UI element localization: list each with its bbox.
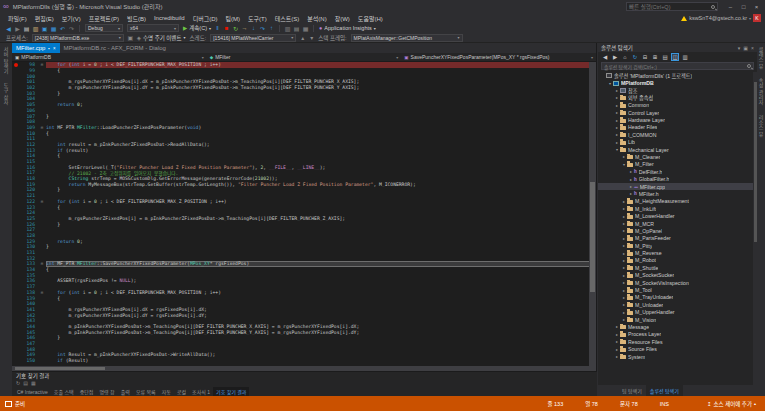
tree-item[interactable]: ▸hGlobalFilter.h	[598, 175, 753, 182]
thread-up-icon[interactable]: ▴	[298, 33, 307, 42]
tree-item[interactable]: ▸M_Cleaner	[598, 153, 753, 160]
sync-with-active-document-icon[interactable]: ↻	[631, 53, 639, 61]
back-icon[interactable]: ◀	[601, 53, 609, 61]
breadcrumb-method-dropdown[interactable]: ▣SavePuncherXYFixedPosParameter(MPos_XY …	[401, 53, 596, 61]
tree-item[interactable]: ▸hMFilter.h	[598, 190, 753, 197]
tree-item[interactable]: ▸System	[598, 353, 753, 360]
platform-dropdown[interactable]: x64▾	[127, 24, 179, 32]
panel-tab-명령 창[interactable]: 명령 창	[96, 388, 117, 395]
close-button[interactable]: ×	[750, 1, 763, 12]
outline-collapse-icon[interactable]: ⊟	[38, 199, 46, 204]
step-over-icon[interactable]: ↷	[258, 24, 267, 33]
tree-item[interactable]: ▸M_UpperHandler	[598, 309, 753, 316]
tree-item[interactable]: ▸++MFilter.cpp	[598, 183, 753, 190]
window-position-icon[interactable]: ▾	[738, 45, 741, 51]
pin-icon[interactable]: ▣	[743, 45, 748, 51]
outline-collapse-icon[interactable]: ⊟	[38, 290, 46, 295]
nav-backward-icon[interactable]: ◀	[4, 24, 13, 33]
menu-item[interactable]: 프로젝트(P)	[85, 14, 123, 23]
dock-tab-클래스 뷰[interactable]: 클래스 뷰	[758, 47, 765, 68]
menu-item[interactable]: 보기(V)	[58, 14, 85, 23]
tree-item[interactable]: ▸Control Layer	[598, 109, 753, 116]
redo-icon[interactable]: ↷	[67, 24, 76, 33]
code-line[interactable]: 150 if (Result)	[12, 358, 590, 364]
restart-icon[interactable]: ↻	[231, 24, 240, 33]
tree-item[interactable]: ▸Source Files	[598, 345, 753, 352]
tree-item[interactable]: ▾M_Filter	[598, 161, 753, 168]
continue-button[interactable]: ▶계속(C)▾	[183, 24, 211, 32]
clear-results-icon[interactable]: ▤	[23, 380, 28, 386]
show-next-statement-icon[interactable]: →	[240, 24, 249, 33]
tree-item[interactable]: ▸Hardware Layer	[598, 116, 753, 123]
tree-item[interactable]: ▸M_Vision	[598, 316, 753, 323]
options-icon[interactable]: ▦	[301, 24, 310, 33]
thread-down-icon[interactable]: ▾	[307, 33, 316, 42]
panel-tab-중단점[interactable]: 중단점	[77, 388, 97, 395]
document-tab[interactable]: MPlatformDB.rc - AFX_FORM - Dialog	[60, 43, 170, 53]
step-into-icon[interactable]: ↓	[249, 24, 258, 33]
menu-item[interactable]: Incredibuild	[150, 15, 189, 21]
account-area[interactable]: kswSnT4@gstech.co.kr ▾ K	[681, 14, 761, 22]
menu-item[interactable]: 분석(N)	[303, 14, 330, 23]
nav-forward-icon[interactable]: ▶	[13, 24, 22, 33]
tree-item[interactable]: ▸M_LowerHandler	[598, 212, 753, 219]
menu-item[interactable]: 창(W)	[331, 14, 354, 23]
show-all-files-icon[interactable]: ⊞	[651, 53, 659, 61]
tree-item[interactable]: ▸Message	[598, 323, 753, 330]
save-all-icon[interactable]: ▦	[49, 24, 58, 33]
breakpoint-icon[interactable]	[14, 63, 18, 67]
preview-selected-items-icon[interactable]: ◫	[671, 53, 679, 61]
tree-item[interactable]: ▸M_Unloader	[598, 301, 753, 308]
breakpoint-margin[interactable]	[12, 358, 19, 364]
properties-icon[interactable]: ▤	[661, 53, 669, 61]
solution-explorer-search-box[interactable]: 솔루션 탐색기 검색(Ctrl+;)	[601, 62, 754, 70]
editor-vertical-scrollbar[interactable]	[589, 62, 596, 366]
process-dropdown[interactable]: [2438] MPlatformDB.exe▾	[32, 34, 124, 42]
add-to-source-control[interactable]: ↥ 소스 제어에 추가 ▴	[707, 400, 756, 408]
panel-tab-조사식 1[interactable]: 조사식 1	[189, 388, 213, 395]
tree-item[interactable]: ▸M_MCR	[598, 220, 753, 227]
tree-item[interactable]: ▸M_HeightMeasurement	[598, 198, 753, 205]
maximize-button[interactable]: □	[737, 1, 750, 12]
pin-icon[interactable]: ▪	[48, 46, 50, 51]
panel-tab-호출 스택[interactable]: 호출 스택	[51, 388, 77, 395]
tree-item[interactable]: ▸M_Pitty	[598, 242, 753, 249]
menu-item[interactable]: 편집(E)	[31, 14, 58, 23]
tree-item[interactable]: ▸Common	[598, 102, 753, 109]
menu-item[interactable]: 팀(M)	[222, 14, 245, 23]
tree-item[interactable]: ▸I_COMMON	[598, 131, 753, 138]
panel-tab-기호 찾기 결과[interactable]: 기호 찾기 결과	[213, 387, 249, 396]
stop-debug-icon[interactable]: ■	[222, 24, 231, 33]
tree-item[interactable]: ▸M_Tool	[598, 286, 753, 293]
account-avatar[interactable]: K	[753, 14, 761, 22]
tree-item[interactable]: ▸M_Shuttle	[598, 264, 753, 271]
tree-item[interactable]: ▸M_OpPanel	[598, 227, 753, 234]
comment-icon[interactable]: ▤	[292, 24, 301, 33]
tree-item[interactable]: ▸Lib	[598, 139, 753, 146]
panel-tab-출력[interactable]: 출력	[118, 388, 133, 395]
step-out-icon[interactable]: ↑	[267, 24, 276, 33]
menu-item[interactable]: 도움말(H)	[354, 14, 387, 23]
document-tab[interactable]: MFilter.cpp▪×	[12, 43, 60, 53]
close-icon[interactable]: ×	[53, 46, 56, 51]
home-icon[interactable]: ⌂	[621, 53, 629, 61]
tree-item[interactable]: ▸M_PartsFeeder	[598, 235, 753, 242]
dock-tab-팀 탐색기[interactable]: 팀 탐색기	[618, 385, 646, 396]
menu-item[interactable]: 빌드(B)	[123, 14, 150, 23]
quick-launch-box[interactable]: 빠른 실행(Ctrl+Q)	[626, 2, 718, 11]
break-all-icon[interactable]: ‖	[213, 24, 222, 33]
refresh-icon[interactable]: ↻	[16, 380, 20, 386]
tree-item[interactable]: ▸Header Files	[598, 124, 753, 131]
tree-item[interactable]: ▸M_Robot	[598, 257, 753, 264]
stack-frame-dropdown[interactable]: MPlatAxisManager::GetCMPosition▾	[351, 34, 463, 42]
menu-item[interactable]: 테스트(S)	[271, 14, 304, 23]
thread-dropdown[interactable]: [15416] MPlatWheelCarrier▾	[210, 34, 296, 42]
tree-item[interactable]: ▸외부 종속성	[598, 94, 753, 101]
breadcrumb-class-dropdown[interactable]: ◆MFilter▾	[207, 53, 402, 61]
panel-tab-C# Interactive[interactable]: C# Interactive	[14, 389, 51, 395]
filter-icon[interactable]: ▥	[681, 53, 689, 61]
thread-marker-icon[interactable]: ▣	[126, 33, 135, 42]
dock-tab-속성 관리자[interactable]: 속성 관리자	[758, 78, 765, 104]
new-file-icon[interactable]: ▤	[22, 24, 31, 33]
outline-collapse-icon[interactable]: ⊟	[38, 125, 46, 130]
